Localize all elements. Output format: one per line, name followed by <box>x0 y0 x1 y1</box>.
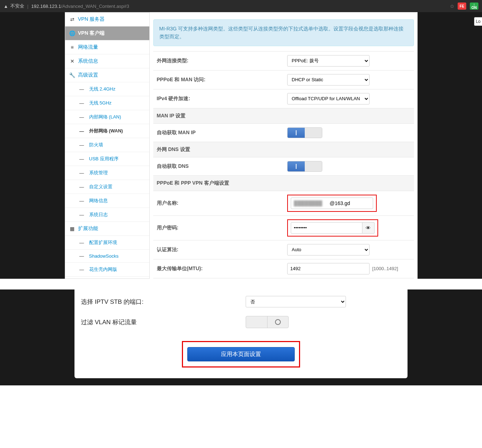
bars-icon: ≡ <box>69 44 75 50</box>
grid-icon: ▦ <box>69 226 75 232</box>
sidebar-item-adblock[interactable]: —广告屏蔽功能 <box>65 277 149 279</box>
sidebar-label: 扩展功能 <box>78 225 98 232</box>
wan-type-select[interactable]: PPPoE: 拨号 <box>287 55 370 67</box>
sidebar-item-usb[interactable]: —USB 应用程序 <box>65 152 149 166</box>
sidebar-label: 自定义设置 <box>89 184 112 190</box>
username-label: 用户名称: <box>153 191 284 215</box>
sidebar-item-vpn-client[interactable]: 🌐VPN 客户端 <box>65 26 149 40</box>
globe-icon: 🌐 <box>69 30 75 36</box>
iptv-label: 选择 IPTV STB 的端口: <box>81 298 246 306</box>
toggle-password-icon[interactable]: 👁 <box>362 222 375 234</box>
pppoe-section: PPPoE 和 PPP VPN 客户端设置 <box>153 175 414 191</box>
sidebar-item-ss[interactable]: —ShadowSocks <box>65 250 149 263</box>
username-suffix: @163.gd <box>330 200 350 206</box>
security-label: 不安全 <box>10 3 24 9</box>
username-highlight: ████████@163.gd <box>287 195 377 212</box>
username-blurred: ████████ <box>294 200 330 206</box>
apply-button[interactable]: 应用本页面设置 <box>187 347 295 361</box>
content-panel: MI-R3G 可支持多种连网类型。这些类型可从连接类型旁的下拉式选单中选取。设置… <box>150 12 418 279</box>
sidebar-item-wl5[interactable]: —无线 5GHz <box>65 96 149 110</box>
auto-man-toggle[interactable] <box>287 127 322 138</box>
mtu-input[interactable] <box>287 263 370 274</box>
auto-dns-label: 自动获取 DNS <box>153 157 284 175</box>
sidebar-label: 系统日志 <box>89 211 108 218</box>
password-label: 用户密码: <box>153 215 284 240</box>
mtu-label: 最大传输单位(MTU): <box>153 259 284 278</box>
sidebar-item-advanced[interactable]: 🔧高级设置 <box>65 68 149 82</box>
sidebar-label: 高级设置 <box>78 72 98 78</box>
shuffle-icon: ✕ <box>69 58 75 64</box>
sidebar-item-extenv[interactable]: —配置扩展环境 <box>65 236 149 250</box>
password-input[interactable] <box>291 222 362 234</box>
sidebar: ⇄VPN 服务器 🌐VPN 客户端 ≡网络流量 ✕系统信息 🔧高级设置 —无线 … <box>65 12 150 279</box>
sidebar-item-traffic[interactable]: ≡网络流量 <box>65 40 149 54</box>
pppoe-man-label: PPPoE 和 MAN 访问: <box>153 70 284 89</box>
auth-select[interactable]: Auto <box>287 244 370 255</box>
favorite-icon[interactable]: ✩ <box>450 4 454 9</box>
extension-fe-icon[interactable]: FE <box>458 3 466 10</box>
sidebar-label: 内部网络 (LAN) <box>89 114 121 120</box>
bottom-panel: 选择 IPTV STB 的端口: 否 过滤 VLAN 标记流量 应用本页面设置 <box>74 289 408 378</box>
auto-man-label: 自动获取 MAN IP <box>153 123 284 142</box>
sidebar-item-peanut[interactable]: —花生壳内网版 <box>65 263 149 277</box>
wan-type-label: 外网连接类型: <box>153 51 284 70</box>
mru-label: 最大接收单位(MRU): <box>153 278 284 279</box>
sidebar-label: 无线 5GHz <box>89 100 112 106</box>
man-ip-section: MAN IP 设置 <box>153 108 414 123</box>
sidebar-item-sysinfo[interactable]: ✕系统信息 <box>65 54 149 68</box>
sidebar-item-wan[interactable]: —外部网络 (WAN) <box>65 124 149 138</box>
sidebar-label: 网络流量 <box>78 44 98 50</box>
insecure-icon: ▲ <box>4 4 8 9</box>
sidebar-label: 防火墙 <box>89 142 103 148</box>
sidebar-item-custom[interactable]: —自定义设置 <box>65 180 149 194</box>
extension-on-icon[interactable]: ↕ON <box>470 3 478 10</box>
dns-section: 外网 DNS 设置 <box>153 142 414 157</box>
ipv4-hw-select[interactable]: Offload TCP/UDP for LAN/WLAN <box>287 93 370 104</box>
sidebar-item-netinfo[interactable]: —网络信息 <box>65 194 149 208</box>
sidebar-label: 花生壳内网版 <box>89 266 117 273</box>
sidebar-label: 系统信息 <box>78 58 98 64</box>
sidebar-label: 配置扩展环境 <box>89 239 117 246</box>
sidebar-label: 外部网络 (WAN) <box>89 128 123 134</box>
url-host: 192.168.123.1 <box>31 4 61 9</box>
sidebar-item-firewall[interactable]: —防火墙 <box>65 138 149 152</box>
ipv4-hw-label: IPv4 硬件加速: <box>153 89 284 108</box>
sidebar-item-lan[interactable]: —内部网络 (LAN) <box>65 110 149 124</box>
sidebar-label: 系统管理 <box>89 170 108 176</box>
side-tab[interactable]: Lo <box>474 17 482 26</box>
wrench-icon: 🔧 <box>69 72 75 78</box>
sidebar-label: 无线 2.4GHz <box>89 86 116 92</box>
sidebar-label: 网络信息 <box>89 198 108 204</box>
sidebar-item-vpn-server[interactable]: ⇄VPN 服务器 <box>65 13 149 26</box>
pppoe-man-select[interactable]: DHCP or Static <box>287 74 370 86</box>
separator: | <box>27 4 28 9</box>
sidebar-label: VPN 客户端 <box>78 30 105 36</box>
auto-dns-toggle[interactable] <box>287 161 322 172</box>
sidebar-label: USB 应用程序 <box>89 156 119 162</box>
sidebar-item-syslog[interactable]: —系统日志 <box>65 208 149 222</box>
browser-address-bar: ▲ 不安全 | 192.168.123.1/Advanced_WAN_Conte… <box>0 0 482 12</box>
vlan-label: 过滤 VLAN 标记流量 <box>81 318 246 326</box>
info-box: MI-R3G 可支持多种连网类型。这些类型可从连接类型旁的下拉式选单中选取。设置… <box>153 19 414 46</box>
apply-highlight: 应用本页面设置 <box>182 341 300 367</box>
mtu-hint: [1000..1492] <box>372 266 398 271</box>
swap-icon: ⇄ <box>69 16 75 22</box>
auth-label: 认证算法: <box>153 240 284 259</box>
sidebar-item-sysadmin[interactable]: —系统管理 <box>65 166 149 180</box>
sidebar-label: VPN 服务器 <box>78 16 105 23</box>
sidebar-item-extensions[interactable]: ▦扩展功能 <box>65 222 149 236</box>
password-highlight: 👁 <box>287 219 378 237</box>
sidebar-label: ShadowSocks <box>89 253 119 259</box>
sidebar-item-wl24[interactable]: —无线 2.4GHz <box>65 82 149 96</box>
url-path: /Advanced_WAN_Content.asp#3 <box>61 4 129 9</box>
vlan-toggle[interactable] <box>246 316 289 328</box>
iptv-select[interactable]: 否 <box>246 296 346 307</box>
